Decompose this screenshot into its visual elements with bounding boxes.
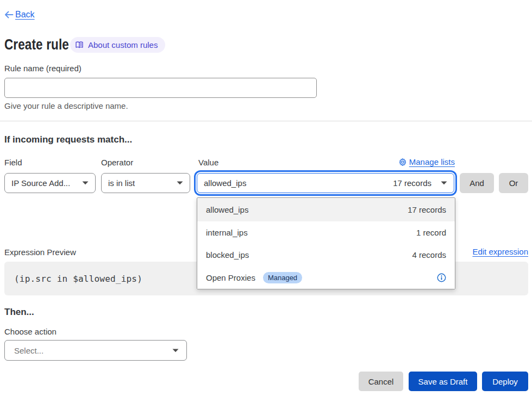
value-select-count: 17 records [393,178,431,188]
dropdown-item-open-proxies[interactable]: Open Proxies Managed [197,267,455,289]
cancel-button[interactable]: Cancel [359,372,403,391]
list-record-count: 17 records [408,205,446,214]
managed-badge: Managed [263,272,302,283]
field-column-label: Field [4,158,22,167]
expression-code: (ip.src in $allowed_ips) [14,274,142,284]
create-rule-page: Back Create rule About custom rules Rule… [0,0,532,402]
save-as-draft-button[interactable]: Save as Draft [409,372,477,391]
section-divider [0,121,532,121]
gear-icon [399,158,406,166]
expression-preview-label: Expression Preview [4,248,76,257]
page-title: Create rule [4,36,69,53]
list-name: allowed_ips [206,205,248,214]
list-name: blocked_ips [206,250,249,259]
manage-lists-link[interactable]: Manage lists [399,157,455,166]
or-button[interactable]: Or [499,173,528,193]
about-custom-rules-badge[interactable]: About custom rules [70,37,165,53]
operator-select-value: is in list [108,178,135,188]
then-section-heading: Then... [4,307,34,318]
manage-lists-label: Manage lists [409,157,455,166]
field-select-value: IP Source Add... [11,178,70,188]
value-column-label: Value [198,158,218,167]
rule-name-label: Rule name (required) [4,64,82,73]
dropdown-item-allowed-ips[interactable]: allowed_ips 17 records [197,199,455,221]
chevron-down-icon [82,181,89,185]
value-select[interactable]: allowed_ips 17 records [197,173,454,193]
back-link-label: Back [15,10,35,20]
match-section-heading: If incoming requests match... [4,134,132,145]
list-record-count: 1 record [416,228,446,237]
back-arrow-icon [4,11,14,18]
operator-column-label: Operator [101,158,133,167]
value-dropdown-menu: allowed_ips 17 records internal_ips 1 re… [197,197,455,289]
action-select-placeholder: Select... [14,346,43,355]
operator-select[interactable]: is in list [101,173,190,193]
about-badge-label: About custom rules [88,40,158,50]
edit-expression-link[interactable]: Edit expression [472,247,528,256]
list-name: Open Proxies [206,273,255,282]
dropdown-item-blocked-ips[interactable]: blocked_ips 4 records [197,244,455,267]
choose-action-select[interactable]: Select... [4,340,187,361]
field-select[interactable]: IP Source Add... [4,173,96,193]
and-button[interactable]: And [460,173,494,193]
dropdown-item-internal-ips[interactable]: internal_ips 1 record [197,221,455,244]
rule-name-input[interactable] [4,78,317,98]
rule-name-helper-text: Give your rule a descriptive name. [4,101,128,110]
info-icon[interactable] [437,273,446,282]
list-record-count: 4 records [412,250,446,259]
deploy-button[interactable]: Deploy [482,372,528,391]
choose-action-label: Choose action [4,327,57,336]
book-icon [75,41,84,49]
chevron-down-icon [177,181,183,185]
chevron-down-icon [441,181,447,185]
back-link[interactable]: Back [4,10,35,20]
chevron-down-icon [172,349,179,352]
list-name: internal_ips [206,228,248,237]
value-select-name: allowed_ips [204,178,246,188]
